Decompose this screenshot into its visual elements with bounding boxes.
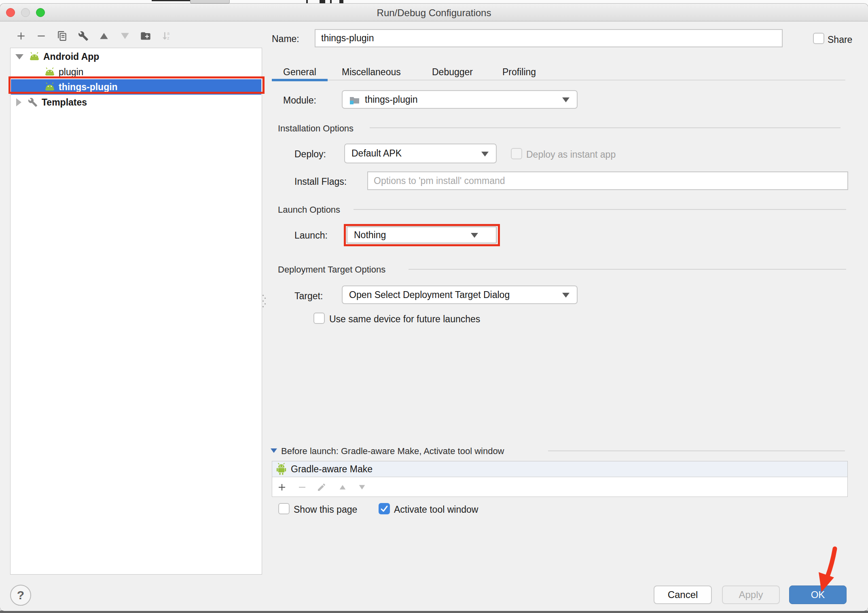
section-divider — [548, 450, 845, 451]
expander-right-icon[interactable] — [16, 98, 21, 106]
android-icon — [29, 52, 40, 61]
panel-splitter[interactable] — [263, 295, 267, 309]
tree-item-label: things-plugin — [59, 82, 118, 93]
activate-tool-window-label: Activate tool window — [394, 504, 478, 515]
remove-task-button — [296, 482, 308, 493]
tree-item-templates[interactable]: Templates — [11, 95, 261, 110]
activate-tool-window-checkbox[interactable] — [379, 503, 390, 514]
deploy-instant-app-checkbox — [511, 148, 522, 159]
deploy-select[interactable]: Default APK — [344, 144, 497, 163]
tab-general[interactable]: General — [283, 67, 316, 78]
wrench-icon — [78, 31, 89, 41]
section-divider — [354, 209, 846, 210]
add-configuration-button[interactable] — [15, 30, 27, 42]
launch-value: Nothing — [354, 230, 386, 241]
launch-options-title: Launch Options — [278, 205, 340, 215]
use-same-device-checkbox[interactable] — [313, 313, 325, 324]
copy-icon — [57, 31, 68, 41]
module-select[interactable]: things-plugin — [342, 90, 578, 109]
background-text-fragment — [320, 0, 325, 3]
copy-configuration-button[interactable] — [57, 30, 68, 42]
android-robot-icon — [276, 463, 287, 475]
plus-icon — [277, 482, 287, 492]
move-down-button[interactable] — [119, 30, 131, 42]
install-flags-label: Install Flags: — [294, 176, 347, 187]
module-icon — [349, 95, 360, 105]
name-input[interactable] — [315, 29, 783, 47]
help-label: ? — [17, 588, 24, 602]
tab-debugger[interactable]: Debugger — [432, 67, 473, 78]
android-icon — [44, 67, 55, 77]
titlebar[interactable]: Run/Debug Configurations — [0, 4, 868, 21]
active-tab-indicator — [272, 79, 328, 81]
new-folder-icon — [140, 30, 151, 42]
run-debug-configurations-dialog: Run/Debug Configurations a — [0, 4, 868, 611]
task-row-gradle-aware-make[interactable]: Gradle-aware Make — [272, 461, 847, 477]
up-triangle-icon — [338, 483, 347, 492]
android-icon — [44, 82, 55, 92]
share-label: Share — [828, 34, 852, 45]
apply-button[interactable]: Apply — [722, 586, 780, 604]
task-label: Gradle-aware Make — [291, 464, 373, 475]
minus-icon — [36, 31, 47, 41]
launch-select[interactable]: Nothing — [347, 226, 497, 243]
window-title: Run/Debug Configurations — [0, 7, 868, 19]
remove-configuration-button[interactable] — [36, 30, 47, 42]
ok-button[interactable]: OK — [789, 586, 847, 604]
tree-item-plugin[interactable]: plugin — [11, 64, 261, 80]
sort-configurations-button[interactable]: a z — [161, 30, 172, 42]
svg-text:a: a — [167, 31, 169, 36]
tree-item-android-app[interactable]: Android App — [11, 49, 261, 64]
deploy-label: Deploy: — [294, 149, 326, 160]
background-text-fragment — [339, 0, 343, 3]
tab-miscellaneous[interactable]: Miscellaneous — [342, 67, 401, 78]
sort-alphabetically-icon: a z — [161, 30, 172, 42]
collapse-section-icon[interactable] — [271, 448, 277, 453]
wrench-icon — [28, 97, 38, 107]
tab-divider — [328, 80, 845, 80]
section-divider — [409, 269, 846, 270]
screen: Run/Debug Configurations a — [0, 0, 868, 613]
deployment-target-options-title: Deployment Target Options — [278, 264, 385, 275]
move-task-up-button — [337, 482, 348, 493]
chevron-down-icon — [481, 152, 489, 156]
target-label: Target: — [294, 291, 323, 302]
create-folder-button[interactable] — [140, 30, 151, 42]
cancel-button[interactable]: Cancel — [654, 586, 712, 604]
target-select[interactable]: Open Select Deployment Target Dialog — [342, 285, 578, 304]
expander-down-icon[interactable] — [15, 54, 23, 59]
up-triangle-icon — [99, 31, 109, 41]
edit-defaults-button[interactable] — [78, 30, 89, 42]
checkmark-icon — [379, 504, 389, 514]
show-this-page-label: Show this page — [294, 504, 357, 515]
before-launch-task-list: Gradle-aware Make — [272, 461, 848, 497]
section-divider — [370, 127, 840, 128]
tree-item-label: Android App — [43, 51, 99, 62]
background-text-fragment — [330, 0, 332, 3]
tree-item-label: Templates — [42, 97, 87, 108]
chevron-down-icon — [562, 97, 569, 102]
module-value: things-plugin — [365, 94, 417, 105]
tree-item-things-plugin[interactable]: things-plugin — [11, 79, 261, 95]
help-button[interactable]: ? — [10, 585, 31, 606]
add-task-button[interactable] — [276, 482, 288, 493]
minus-icon — [297, 482, 307, 492]
install-flags-input[interactable] — [367, 171, 848, 190]
share-checkbox[interactable] — [813, 33, 824, 44]
before-launch-title[interactable]: Before launch: Gradle-aware Make, Activa… — [281, 446, 504, 457]
chevron-down-icon — [471, 233, 478, 238]
target-value: Open Select Deployment Target Dialog — [349, 290, 510, 300]
background-text-fragment — [306, 0, 308, 3]
move-task-down-button — [356, 482, 368, 493]
name-label: Name: — [272, 34, 299, 44]
svg-text:z: z — [167, 36, 169, 40]
down-triangle-icon — [358, 483, 366, 492]
chevron-down-icon — [562, 293, 569, 298]
move-up-button[interactable] — [98, 30, 110, 42]
edit-task-button — [316, 482, 327, 493]
pencil-icon — [317, 482, 326, 492]
show-this-page-checkbox[interactable] — [278, 503, 290, 514]
deploy-instant-app-label: Deploy as instant app — [526, 149, 616, 160]
tab-profiling[interactable]: Profiling — [502, 67, 536, 78]
configurations-tree: Android App plugin — [10, 48, 262, 575]
